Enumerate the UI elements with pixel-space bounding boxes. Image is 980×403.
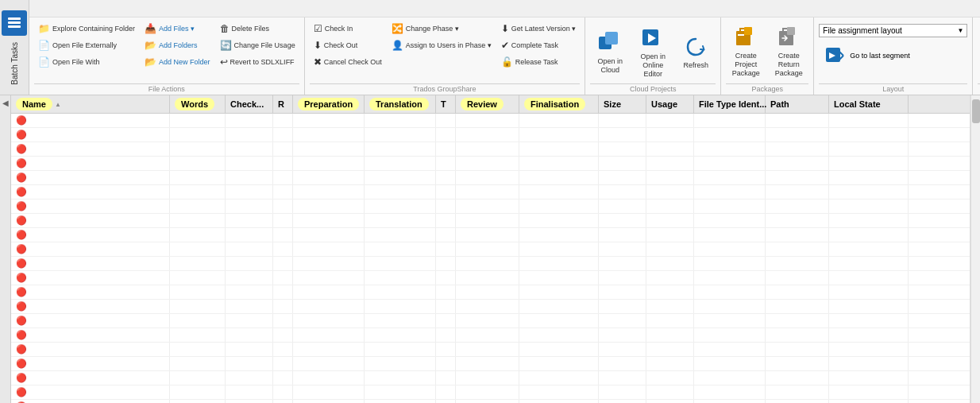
go-to-last-segment-btn[interactable]: Go to last segment [819, 42, 967, 69]
table-row[interactable]: 🔴 [11, 171, 970, 185]
table-row[interactable]: 🔴 [11, 228, 970, 242]
open-file-with-btn[interactable]: 📄 Open File With [34, 54, 139, 70]
create-project-package-btn[interactable]: Create ProjectPackage [726, 21, 766, 79]
table-row[interactable]: 🔴 [11, 271, 970, 285]
collapse-panel-btn[interactable]: ◀ [0, 95, 11, 403]
file-actions-section: 📁 Explore Containing Folder 📄 Open File … [29, 17, 305, 95]
file-icon: 🔴 [16, 144, 27, 154]
change-usage-icon: 🔄 [220, 40, 232, 51]
open-in-cloud-label: Open inCloud [598, 57, 623, 75]
file-icon: 🔴 [16, 344, 27, 355]
table-row[interactable]: 🔴 [11, 214, 970, 228]
change-file-usage-btn[interactable]: 🔄 Change File Usage [216, 37, 299, 53]
open-cloud-icon [596, 29, 624, 57]
create-return-package-icon [774, 23, 803, 52]
revert-btn[interactable]: ↩ Revert to SDLXLIFF [216, 54, 299, 70]
final-col-label: Finalisation [524, 98, 585, 110]
release-task-btn[interactable]: 🔓 Release Task [497, 54, 581, 70]
add-new-folder-btn[interactable]: 📂 Add New Folder [141, 54, 214, 70]
file-icon: 🔴 [16, 358, 27, 369]
delete-files-btn[interactable]: 🗑 Delete Files [216, 21, 299, 37]
header-localstate[interactable]: Local State [829, 95, 909, 113]
table-row[interactable]: 🔴 [11, 128, 970, 142]
header-usage[interactable]: Usage [646, 95, 694, 113]
svg-rect-2 [8, 25, 21, 28]
assign-users-btn[interactable]: 👤 Assign to Users in Phase ▾ [388, 37, 496, 53]
table-row[interactable]: 🔴 [11, 343, 970, 357]
size-col-label: Size [604, 99, 621, 109]
trados-groupshare-section: ☑ Check In ⬇ Check Out ✖ Cancel Check Ou… [305, 17, 586, 95]
add-files-btn[interactable]: 📥 Add Files ▾ [141, 21, 214, 37]
create-project-package-icon [731, 23, 760, 52]
release-task-icon: 🔓 [501, 56, 513, 68]
table-row[interactable]: 🔴 [11, 242, 970, 257]
open-online-editor-label: Open inOnline Editor [639, 52, 667, 78]
header-path[interactable]: Path [766, 95, 829, 113]
open-in-cloud-btn[interactable]: Open inCloud [590, 26, 630, 77]
file-icon: 🔴 [16, 130, 27, 140]
check-col-label: Check... [230, 99, 264, 109]
check-out-icon: ⬇ [314, 40, 322, 51]
header-check[interactable]: Check... [226, 95, 273, 113]
complete-task-btn[interactable]: ✔ Complete Task [497, 37, 581, 53]
create-return-package-btn[interactable]: Create ReturnPackage [769, 21, 808, 79]
explore-containing-folder-btn[interactable]: 📁 Explore Containing Folder [34, 21, 139, 37]
trans-col-label: Translation [369, 98, 429, 110]
open-in-online-editor-btn[interactable]: Open inOnline Editor [633, 21, 673, 80]
file-icon: 🔴 [16, 187, 27, 197]
header-words[interactable]: Words [170, 95, 226, 113]
header-review[interactable]: Review [456, 95, 519, 113]
check-out-btn[interactable]: ⬇ Check Out [310, 37, 386, 53]
cloud-projects-label: Cloud Projects [590, 83, 716, 93]
table-row[interactable]: 🔴 [11, 185, 970, 200]
header-t[interactable]: T [436, 95, 456, 113]
batch-tasks-label: Batch Tasks [10, 42, 19, 85]
add-folders-btn[interactable]: 📂 Add Folders [141, 37, 214, 53]
header-filetype[interactable]: File Type Ident... [694, 95, 766, 113]
file-list: Name ▲ Words Check... R Preparation Tran… [11, 95, 970, 403]
vertical-scrollbar[interactable] [970, 95, 980, 403]
batch-tasks-icon [2, 10, 27, 36]
layout-dropdown[interactable]: File assignment layout ▼ [819, 24, 967, 37]
open-external-icon: 📄 [38, 40, 50, 51]
table-row[interactable]: 🔴 [11, 400, 970, 403]
table-row[interactable]: 🔴 [11, 314, 970, 328]
table-row[interactable]: 🔴 [11, 114, 970, 128]
name-col-label: Name [16, 98, 52, 110]
header-preparation[interactable]: Preparation [293, 95, 365, 113]
table-row[interactable]: 🔴 [11, 328, 970, 343]
check-in-btn[interactable]: ☑ Check In [310, 21, 386, 37]
packages-label: Packages [726, 83, 808, 93]
refresh-btn[interactable]: Refresh [676, 30, 716, 72]
batch-tasks-button[interactable]: Batch Tasks [0, 0, 29, 95]
file-icon: 🔴 [16, 172, 27, 183]
header-name[interactable]: Name ▲ [11, 95, 170, 113]
table-row[interactable]: 🔴 [11, 371, 970, 386]
table-row[interactable]: 🔴 [11, 157, 970, 171]
r-col-label: R [278, 99, 284, 109]
table-row[interactable]: 🔴 [11, 142, 970, 157]
file-icon: 🔴 [16, 316, 27, 326]
add-files-icon: 📥 [145, 23, 156, 34]
header-r[interactable]: R [273, 95, 293, 113]
table-row[interactable]: 🔴 [11, 386, 970, 400]
get-latest-btn[interactable]: ⬇ Get Latest Version ▾ [497, 21, 581, 37]
assign-users-icon: 👤 [392, 40, 403, 51]
header-translation[interactable]: Translation [365, 95, 436, 113]
scrollbar-thumb[interactable] [972, 99, 980, 123]
cancel-checkout-btn[interactable]: ✖ Cancel Check Out [310, 54, 386, 70]
cloud-projects-section: Open inCloud Open inOnline Editor [585, 17, 721, 95]
table-row[interactable]: 🔴 [11, 257, 970, 271]
file-icon: 🔴 [16, 201, 27, 211]
complete-task-icon: ✔ [501, 40, 509, 51]
table-row[interactable]: 🔴 [11, 200, 970, 214]
header-finalisation[interactable]: Finalisation [519, 95, 599, 113]
table-row[interactable]: 🔴 [11, 300, 970, 314]
svg-rect-4 [605, 32, 618, 45]
layout-section: File assignment layout ▼ Go to [814, 17, 973, 95]
open-file-externally-btn[interactable]: 📄 Open File Externally [34, 37, 139, 53]
header-size[interactable]: Size [599, 95, 646, 113]
table-row[interactable]: 🔴 [11, 357, 970, 371]
change-phase-btn[interactable]: 🔀 Change Phase ▾ [388, 21, 496, 37]
table-row[interactable]: 🔴 [11, 285, 970, 300]
